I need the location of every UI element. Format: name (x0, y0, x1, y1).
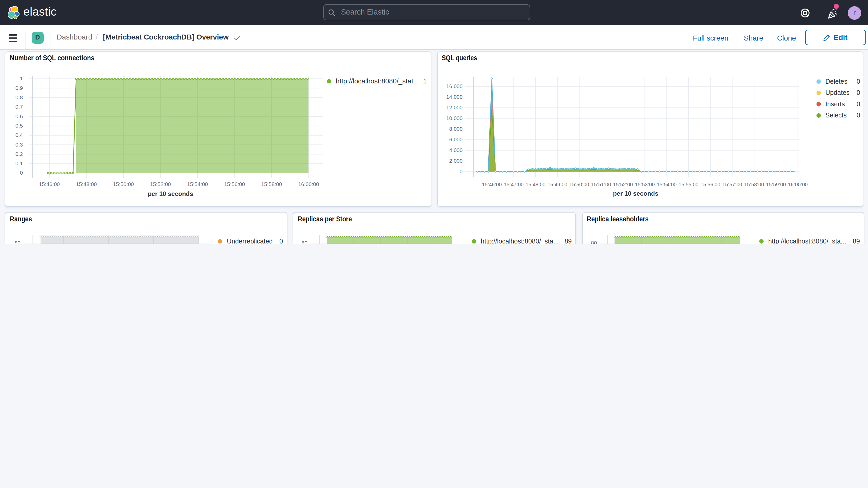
svg-text:89: 89 (564, 238, 572, 244)
svg-text:0: 0 (856, 89, 860, 96)
svg-text:per 10 seconds: per 10 seconds (613, 190, 658, 197)
svg-text:0.1: 0.1 (16, 160, 23, 166)
svg-text:1: 1 (423, 77, 427, 85)
svg-text:15:54:00: 15:54:00 (187, 181, 208, 187)
svg-text:80: 80 (14, 240, 21, 244)
svg-text:1: 1 (20, 75, 23, 81)
svg-text:15:46:00: 15:46:00 (482, 181, 501, 187)
svg-text:16,000: 16,000 (446, 83, 462, 89)
svg-text:15:56:00: 15:56:00 (224, 181, 245, 187)
svg-text:0.3: 0.3 (16, 141, 23, 147)
svg-text:15:55:00: 15:55:00 (678, 181, 698, 187)
svg-text:15:59:00: 15:59:00 (766, 181, 786, 187)
svg-text:0: 0 (460, 168, 462, 174)
svg-text:0.2: 0.2 (16, 151, 23, 157)
svg-text:15:58:00: 15:58:00 (744, 181, 764, 187)
svg-text:4,000: 4,000 (449, 147, 462, 153)
svg-text:15:58:00: 15:58:00 (261, 181, 282, 187)
svg-text:15:49:00: 15:49:00 (547, 181, 567, 187)
svg-text:0: 0 (856, 111, 860, 119)
svg-text:http://localhost:8080/_sta...: http://localhost:8080/_sta... (768, 238, 846, 244)
svg-text:0.4: 0.4 (16, 132, 23, 138)
svg-text:15:48:00: 15:48:00 (76, 181, 97, 187)
svg-text:per 10 seconds: per 10 seconds (148, 190, 193, 197)
svg-text:Deletes: Deletes (825, 78, 847, 85)
svg-text:16:00:00: 16:00:00 (788, 181, 807, 187)
svg-text:http://localhost:8080/_sta...: http://localhost:8080/_sta... (481, 238, 559, 244)
svg-text:12,000: 12,000 (446, 104, 462, 110)
svg-text:15:52:00: 15:52:00 (150, 181, 171, 187)
svg-text:15:53:00: 15:53:00 (634, 181, 654, 187)
svg-text:8,000: 8,000 (449, 125, 462, 131)
svg-text:15:47:00: 15:47:00 (503, 181, 523, 187)
svg-text:15:57:00: 15:57:00 (722, 181, 742, 187)
svg-text:0: 0 (20, 170, 23, 175)
svg-text:Underreplicated: Underreplicated (227, 238, 273, 244)
svg-text:Selects: Selects (825, 111, 846, 119)
svg-text:Updates: Updates (825, 89, 849, 96)
svg-text:0.5: 0.5 (16, 122, 23, 128)
svg-text:15:50:00: 15:50:00 (113, 181, 134, 187)
svg-text:10,000: 10,000 (446, 115, 462, 121)
svg-text:15:46:00: 15:46:00 (39, 181, 60, 187)
svg-text:0: 0 (856, 100, 860, 107)
svg-text:15:54:00: 15:54:00 (656, 181, 676, 187)
svg-text:16:00:00: 16:00:00 (298, 181, 319, 187)
svg-text:0.8: 0.8 (16, 94, 23, 100)
svg-text:0.6: 0.6 (16, 113, 23, 119)
svg-text:15:50:00: 15:50:00 (569, 181, 589, 187)
svg-text:80: 80 (302, 240, 307, 244)
svg-text:0.7: 0.7 (16, 103, 23, 110)
svg-text:15:56:00: 15:56:00 (700, 181, 720, 187)
svg-text:0: 0 (279, 238, 283, 244)
svg-text:2,000: 2,000 (449, 157, 462, 163)
svg-text:15:48:00: 15:48:00 (525, 181, 545, 187)
svg-text:14,000: 14,000 (446, 94, 462, 99)
svg-text:80: 80 (591, 240, 597, 244)
svg-text:0: 0 (856, 78, 860, 85)
svg-text:http://localhost:8080/_stat...: http://localhost:8080/_stat... (336, 77, 419, 85)
svg-text:0.9: 0.9 (16, 85, 23, 91)
svg-text:15:51:00: 15:51:00 (591, 181, 611, 187)
svg-text:6,000: 6,000 (449, 136, 462, 142)
svg-text:15:52:00: 15:52:00 (613, 181, 632, 187)
svg-text:Inserts: Inserts (825, 100, 845, 107)
svg-text:89: 89 (852, 238, 860, 244)
